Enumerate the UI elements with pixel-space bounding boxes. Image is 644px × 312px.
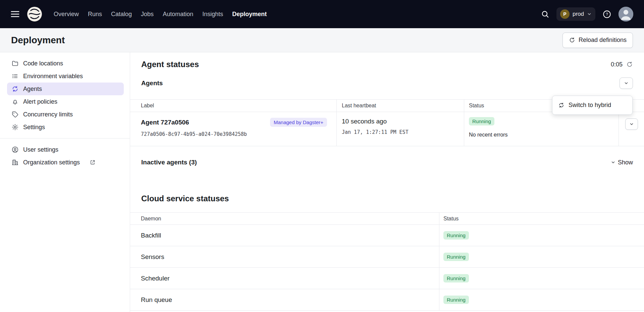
nav-item-catalog[interactable]: Catalog bbox=[111, 11, 132, 18]
nav-item-runs[interactable]: Runs bbox=[88, 11, 102, 18]
reload-definitions-button[interactable]: Reload definitions bbox=[562, 33, 633, 48]
status-badge: Running bbox=[443, 231, 469, 240]
nav-item-overview[interactable]: Overview bbox=[54, 11, 79, 18]
folder-icon bbox=[11, 60, 19, 67]
column-header-status: Status bbox=[439, 213, 644, 224]
user-avatar[interactable] bbox=[619, 7, 633, 21]
person-circle-icon bbox=[11, 146, 19, 153]
column-header-daemon: Daemon bbox=[130, 213, 439, 224]
agent-heartbeat-cell: 10 seconds ago Jan 17, 1:27:11 PM EST bbox=[337, 112, 464, 146]
navbar-right-controls: P prod ? bbox=[541, 7, 633, 21]
agent-id: 727a0506-8c97-4b95-a024-70e3984258b bbox=[141, 131, 327, 137]
top-navbar: Overview Runs Catalog Jobs Automation In… bbox=[0, 0, 644, 28]
status-note: No recent errors bbox=[469, 132, 619, 138]
sidebar-item-agents[interactable]: Agents bbox=[7, 83, 124, 95]
agents-sync-icon bbox=[11, 85, 19, 93]
agents-section-title: Agents bbox=[141, 80, 163, 87]
content-layout: Code locations Environment variables Age… bbox=[0, 52, 644, 312]
menu-item-switch-to-hybrid[interactable]: Switch to hybrid bbox=[552, 98, 632, 113]
daemon-name: Sensors bbox=[130, 246, 439, 267]
show-toggle-label: Show bbox=[618, 159, 633, 166]
sidebar-item-settings[interactable]: Settings bbox=[7, 121, 124, 134]
sidebar-item-label: User settings bbox=[23, 146, 58, 153]
sidebar-item-label: Environment variables bbox=[23, 73, 83, 80]
daemon-row: Run queue Running bbox=[130, 289, 644, 311]
daemon-status-cell: Running bbox=[439, 268, 644, 289]
heartbeat-timestamp: Jan 17, 1:27:11 PM EST bbox=[342, 129, 464, 135]
agent-status-cell: Running No recent errors bbox=[464, 112, 619, 146]
caret-down-icon bbox=[624, 81, 629, 86]
status-badge: Running bbox=[469, 117, 494, 125]
nav-item-jobs[interactable]: Jobs bbox=[141, 11, 154, 18]
search-icon[interactable] bbox=[541, 10, 549, 18]
reload-icon bbox=[569, 37, 575, 43]
refresh-timer: 0:05 bbox=[611, 61, 633, 68]
sidebar-item-concurrency-limits[interactable]: Concurrency limits bbox=[7, 108, 124, 121]
sidebar-item-alert-policies[interactable]: Alert policies bbox=[7, 95, 124, 108]
reload-definitions-label: Reload definitions bbox=[579, 37, 627, 44]
chevron-down-icon bbox=[611, 160, 615, 165]
daemon-row: Backfill Running bbox=[130, 225, 644, 246]
sidebar-item-user-settings[interactable]: User settings bbox=[7, 143, 124, 156]
agent-actions-menu: Switch to hybrid bbox=[552, 96, 633, 115]
inactive-agents-show-toggle[interactable]: Show bbox=[611, 159, 633, 166]
deployment-name: prod bbox=[573, 11, 584, 17]
daemon-name: Backfill bbox=[130, 225, 439, 246]
hamburger-menu-icon[interactable] bbox=[10, 9, 20, 19]
sidebar-item-code-locations[interactable]: Code locations bbox=[7, 57, 124, 70]
gear-icon bbox=[11, 123, 19, 131]
sidebar-item-label: Concurrency limits bbox=[23, 111, 73, 118]
sidebar-item-label: Organization settings bbox=[23, 159, 80, 166]
agent-name: Agent 727a0506 bbox=[141, 119, 189, 126]
agent-actions-cell bbox=[619, 112, 644, 146]
daemon-name: Run queue bbox=[130, 289, 439, 310]
deployment-switcher[interactable]: P prod bbox=[556, 7, 595, 21]
caret-down-icon bbox=[629, 122, 634, 126]
sidebar-item-environment-variables[interactable]: Environment variables bbox=[7, 70, 124, 83]
agent-row: Agent 727a0506 Managed by Dagster+ 727a0… bbox=[130, 112, 644, 146]
main-content: Agent statuses 0:05 Agents Label Last he… bbox=[130, 52, 644, 312]
dagster-logo-icon[interactable] bbox=[26, 6, 43, 22]
nav-item-insights[interactable]: Insights bbox=[202, 11, 223, 18]
cloud-service-statuses-title: Cloud service statuses bbox=[141, 194, 229, 203]
deployment-initial-badge: P bbox=[560, 9, 570, 19]
daemon-row: Scheduler Running bbox=[130, 268, 644, 289]
heartbeat-relative: 10 seconds ago bbox=[342, 118, 464, 125]
menu-item-label: Switch to hybrid bbox=[569, 102, 611, 109]
daemon-name: Scheduler bbox=[130, 268, 439, 289]
agent-label-cell: Agent 727a0506 Managed by Dagster+ 727a0… bbox=[130, 112, 337, 146]
agent-row-dropdown-button[interactable] bbox=[625, 118, 638, 130]
page-header: Deployment Reload definitions bbox=[0, 28, 644, 52]
external-link-icon bbox=[90, 159, 96, 165]
status-badge: Running bbox=[443, 253, 469, 261]
deployment-sidebar: Code locations Environment variables Age… bbox=[0, 52, 130, 312]
sidebar-item-organization-settings[interactable]: Organization settings bbox=[7, 156, 124, 169]
refresh-countdown: 0:05 bbox=[611, 61, 623, 68]
nav-item-automation[interactable]: Automation bbox=[163, 11, 193, 18]
daemon-row: Sensors Running bbox=[130, 246, 644, 268]
status-badge: Running bbox=[443, 274, 469, 282]
tag-icon bbox=[11, 111, 19, 118]
column-header-last-heartbeat: Last heartbeat bbox=[337, 100, 464, 112]
daemon-status-cell: Running bbox=[439, 289, 644, 310]
column-header-label: Label bbox=[130, 100, 337, 112]
chevron-down-icon bbox=[587, 12, 592, 16]
refresh-icon[interactable] bbox=[626, 61, 633, 68]
daemon-status-cell: Running bbox=[439, 225, 644, 246]
help-icon[interactable]: ? bbox=[602, 10, 611, 19]
sidebar-item-label: Settings bbox=[23, 124, 45, 131]
main-nav: Overview Runs Catalog Jobs Automation In… bbox=[54, 11, 267, 18]
page-title: Deployment bbox=[11, 35, 65, 46]
daemon-status-cell: Running bbox=[439, 246, 644, 267]
bell-icon bbox=[11, 98, 19, 105]
sync-arrows-icon bbox=[558, 102, 565, 108]
sidebar-item-label: Agents bbox=[23, 86, 42, 93]
nav-item-deployment[interactable]: Deployment bbox=[232, 11, 267, 18]
cloud-services-table: Daemon Status Backfill Running Sensors R… bbox=[130, 212, 644, 311]
managed-by-dagster-badge: Managed by Dagster+ bbox=[270, 118, 327, 127]
agent-statuses-title: Agent statuses bbox=[141, 60, 199, 69]
agents-actions-dropdown-button[interactable] bbox=[620, 77, 633, 89]
sidebar-item-label: Alert policies bbox=[23, 98, 57, 105]
list-icon bbox=[11, 72, 19, 80]
sidebar-item-label: Code locations bbox=[23, 60, 63, 67]
